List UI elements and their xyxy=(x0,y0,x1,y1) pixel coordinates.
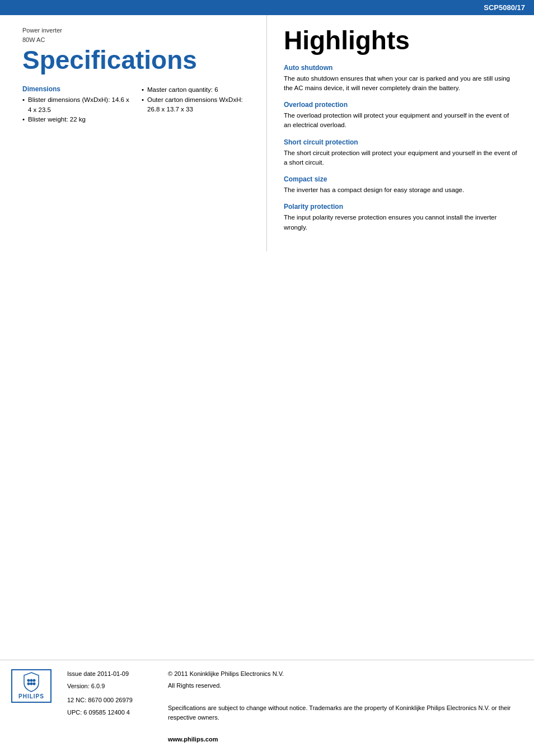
highlight-text-0: The auto shutdown ensures that when your… xyxy=(284,74,517,94)
product-type: Power inverter xyxy=(22,26,250,35)
version: Version: 6.0.9 xyxy=(67,682,157,691)
philips-logo: PHILIPS xyxy=(11,669,51,703)
dimensions-section: Dimensions Blister dimensions (WxDxH): 1… xyxy=(22,85,130,124)
svg-point-2 xyxy=(33,679,36,682)
footer: PHILIPS Issue date 2011-01-09 Version: 6… xyxy=(0,660,534,756)
philips-logo-inner: PHILIPS xyxy=(18,672,44,699)
highlight-text-4: The input polarity reverse protection en… xyxy=(284,213,517,232)
footer-nc-upc: 12 NC: 8670 000 26979 UPC: 6 09585 12400… xyxy=(67,696,157,717)
website-link[interactable]: www.philips.com xyxy=(168,736,218,743)
svg-point-4 xyxy=(30,683,33,685)
issue-date: Issue date 2011-01-09 xyxy=(67,669,157,679)
nc-label: 12 NC: xyxy=(67,697,86,703)
philips-text: PHILIPS xyxy=(18,693,44,699)
issue-date-label: Issue date xyxy=(67,670,96,677)
philips-shield-icon xyxy=(23,672,40,692)
svg-point-5 xyxy=(33,683,36,685)
highlight-heading-2: Short circuit protection xyxy=(284,138,517,146)
footer-logo-container: PHILIPS xyxy=(11,669,56,703)
copyright-line2: All Rights reserved. xyxy=(168,681,523,691)
svg-point-0 xyxy=(27,679,30,682)
nc-line: 12 NC: 8670 000 26979 xyxy=(67,696,157,705)
list-item: Master carton quantity: 6 xyxy=(142,85,250,95)
upc-line: UPC: 6 09585 12400 4 xyxy=(67,708,157,717)
spec-col-right: Master carton quantity: 6 Outer carton d… xyxy=(142,85,250,132)
highlight-text-1: The overload protection will protect you… xyxy=(284,111,517,130)
highlight-heading-1: Overload protection xyxy=(284,101,517,109)
spec-columns: Dimensions Blister dimensions (WxDxH): 1… xyxy=(22,85,250,132)
list-item: Blister weight: 22 kg xyxy=(22,115,130,124)
highlight-text-3: The inverter has a compact design for ea… xyxy=(284,185,517,195)
highlight-polarity: Polarity protection The input polarity r… xyxy=(284,203,517,232)
issue-date-value: 2011-01-09 xyxy=(97,670,129,677)
nc-value: 8670 000 26979 xyxy=(88,697,133,703)
packaging-section: Master carton quantity: 6 Outer carton d… xyxy=(142,85,250,114)
upc-label: UPC: xyxy=(67,709,82,716)
highlight-overload: Overload protection The overload protect… xyxy=(284,101,517,130)
highlight-short-circuit: Short circuit protection The short circu… xyxy=(284,138,517,168)
highlight-auto-shutdown: Auto shutdown The auto shutdown ensures … xyxy=(284,64,517,94)
version-value: 6.0.9 xyxy=(91,683,105,689)
upc-value: 6 09585 12400 4 xyxy=(83,709,130,716)
product-model: 80W AC xyxy=(22,36,250,44)
highlight-heading-4: Polarity protection xyxy=(284,203,517,211)
footer-copy: © 2011 Koninklijke Philips Electronics N… xyxy=(168,669,523,747)
footer-meta: Issue date 2011-01-09 Version: 6.0.9 12 … xyxy=(67,669,157,721)
spec-col-left: Dimensions Blister dimensions (WxDxH): 1… xyxy=(22,85,130,132)
packaging-list: Master carton quantity: 6 Outer carton d… xyxy=(142,85,250,114)
right-column: Highlights Auto shutdown The auto shutdo… xyxy=(267,15,534,251)
header-bar: SCP5080/17 xyxy=(0,0,534,15)
copyright-line1: © 2011 Koninklijke Philips Electronics N… xyxy=(168,669,523,679)
page: SCP5080/17 Power inverter 80W AC Specifi… xyxy=(0,0,534,756)
highlight-heading-0: Auto shutdown xyxy=(284,64,517,72)
svg-point-1 xyxy=(30,679,33,682)
highlights-title: Highlights xyxy=(284,26,517,55)
svg-point-3 xyxy=(27,683,30,685)
dimensions-heading: Dimensions xyxy=(22,85,130,93)
version-label: Version: xyxy=(67,683,90,689)
main-content: Power inverter 80W AC Specifications Dim… xyxy=(0,15,534,251)
disclaimer: Specifications are subject to change wit… xyxy=(168,703,523,723)
highlight-text-2: The short circuit protection will protec… xyxy=(284,148,517,168)
list-item: Blister dimensions (WxDxH): 14.6 x 4 x 2… xyxy=(22,95,130,115)
dimensions-list: Blister dimensions (WxDxH): 14.6 x 4 x 2… xyxy=(22,95,130,124)
highlight-compact: Compact size The inverter has a compact … xyxy=(284,175,517,195)
website: www.philips.com xyxy=(168,735,523,745)
highlight-heading-3: Compact size xyxy=(284,175,517,183)
left-column: Power inverter 80W AC Specifications Dim… xyxy=(0,15,267,251)
list-item: Outer carton dimensions WxDxH: 26.8 x 13… xyxy=(142,95,250,115)
specifications-title: Specifications xyxy=(22,46,250,74)
product-code: SCP5080/17 xyxy=(484,3,525,12)
